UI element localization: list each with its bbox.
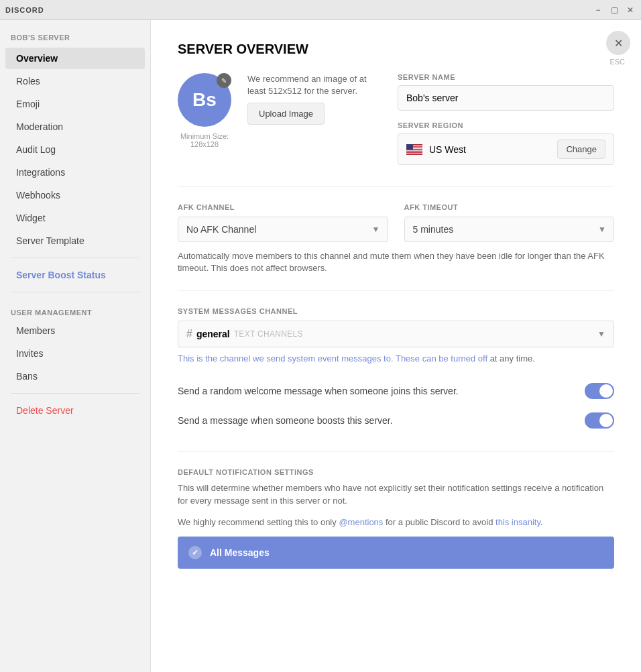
afk-timeout-select-wrapper: 5 minutes ▼	[404, 217, 615, 242]
afk-timeout-select[interactable]: 5 minutes	[404, 217, 615, 242]
sidebar-item-server-template[interactable]: Server Template	[5, 230, 145, 251]
esc-label: ESC	[609, 58, 625, 66]
sidebar-item-integrations[interactable]: Integrations	[5, 162, 145, 183]
sidebar-item-invites[interactable]: Invites	[5, 343, 145, 364]
sidebar-item-widget[interactable]: Widget	[5, 207, 145, 229]
toggle-welcome-row: Send a random welcome message when someo…	[178, 376, 614, 406]
user-management-label: USER MANAGEMENT	[0, 298, 150, 319]
overview-top-section: Bs ✎ Minimum Size: 128x128 We recommend …	[178, 73, 614, 165]
close-button[interactable]: ✕	[606, 31, 630, 55]
toggle-boost-label: Send a message when someone boosts this …	[178, 415, 393, 426]
server-name-input[interactable]	[398, 85, 614, 111]
hash-icon: #	[186, 328, 192, 340]
svg-rect-13	[406, 144, 413, 150]
sys-desc-link1: This is the channel we send system event…	[178, 353, 394, 363]
close-window-button[interactable]: ✕	[625, 5, 636, 15]
min-size-label: Minimum Size: 128x128	[180, 132, 229, 148]
notif-description: This will determine whether members who …	[178, 482, 614, 508]
main-content: ✕ ESC SERVER OVERVIEW Bs ✎ Minimum Size:…	[151, 20, 641, 672]
region-name-text: US West	[429, 144, 550, 155]
sidebar-item-roles[interactable]: Roles	[5, 70, 145, 92]
svg-rect-11	[406, 153, 422, 154]
titlebar: DISCORD − ▢ ✕	[0, 0, 641, 20]
afk-description: Automatically move members to this chann…	[178, 250, 614, 274]
afk-section: AFK CHANNEL No AFK Channel ▼ AFK TIMEOUT…	[178, 203, 614, 242]
sidebar-item-audit-log[interactable]: Audit Log	[5, 139, 145, 160]
server-name-label: SERVER NAME	[398, 73, 614, 81]
server-region-field: SERVER REGION	[398, 121, 614, 165]
channel-name-text: general	[196, 329, 230, 339]
afk-channel-select-wrapper: No AFK Channel ▼	[178, 217, 388, 242]
sys-msg-channel-label: SYSTEM MESSAGES CHANNEL	[178, 307, 614, 315]
channel-type-text: TEXT CHANNELS	[234, 329, 303, 339]
sidebar-item-delete-server[interactable]: Delete Server	[5, 400, 145, 421]
server-region-label: SERVER REGION	[398, 121, 614, 129]
notif-section-label: DEFAULT NOTIFICATION SETTINGS	[178, 468, 614, 476]
all-messages-label: All Messages	[210, 547, 270, 558]
minimize-button[interactable]: −	[593, 5, 603, 15]
maximize-button[interactable]: ▢	[609, 5, 620, 15]
svg-rect-12	[406, 154, 422, 154]
svg-rect-9	[406, 152, 422, 152]
recommend-text: We recommend an image of at least 512x51…	[247, 73, 382, 97]
toggle-welcome-label: Send a random welcome message when someo…	[178, 386, 459, 396]
sidebar-divider-3	[11, 393, 139, 394]
edit-icon: ✎	[221, 77, 227, 85]
window-controls: − ▢ ✕	[593, 5, 636, 15]
overview-right: SERVER NAME SERVER REGION	[398, 73, 614, 165]
channel-chevron-icon: ▼	[597, 329, 605, 339]
sidebar-item-emoji[interactable]: Emoji	[5, 93, 145, 115]
afk-channel-col: AFK CHANNEL No AFK Channel ▼	[178, 203, 388, 242]
sidebar-divider-2	[11, 292, 139, 292]
app-body: BOB'S SERVER Overview Roles Emoji Modera…	[0, 20, 641, 672]
server-avatar-area: Bs ✎ Minimum Size: 128x128	[178, 73, 231, 148]
system-messages-section: SYSTEM MESSAGES CHANNEL # general TEXT C…	[178, 307, 614, 435]
sys-description: This is the channel we send system event…	[178, 353, 614, 365]
toggle-boost-switch[interactable]	[585, 412, 614, 429]
server-name-field: SERVER NAME	[398, 73, 614, 111]
system-messages-channel-select[interactable]: # general TEXT CHANNELS ▼	[178, 321, 614, 347]
close-icon: ✕	[614, 37, 623, 50]
sidebar-item-bans[interactable]: Bans	[5, 366, 145, 387]
divider-3	[178, 451, 614, 452]
overview-center: We recommend an image of at least 512x51…	[247, 73, 382, 125]
page-title: SERVER OVERVIEW	[178, 42, 614, 57]
notif-recommend-text: We highly recommend setting this to only…	[178, 516, 614, 529]
divider-2	[178, 290, 614, 291]
sys-desc-link2: These can be turned off	[396, 353, 487, 363]
notif-at-mentions: @mentions	[339, 517, 383, 527]
notif-insanity-link: this insanity	[496, 517, 540, 527]
all-messages-option-button[interactable]: ✓ All Messages	[178, 537, 614, 569]
sidebar: BOB'S SERVER Overview Roles Emoji Modera…	[0, 20, 151, 672]
avatar-edit-icon[interactable]: ✎	[217, 73, 231, 88]
afk-channel-label: AFK CHANNEL	[178, 203, 388, 211]
default-notification-section: DEFAULT NOTIFICATION SETTINGS This will …	[178, 468, 614, 569]
change-region-button[interactable]: Change	[557, 139, 605, 159]
toggle-welcome-switch[interactable]	[585, 383, 614, 399]
avatar-wrapper: Bs ✎	[178, 73, 231, 127]
sidebar-item-webhooks[interactable]: Webhooks	[5, 184, 145, 206]
sidebar-item-server-boost-status[interactable]: Server Boost Status	[5, 264, 145, 286]
svg-rect-10	[406, 152, 422, 153]
afk-timeout-col: AFK TIMEOUT 5 minutes ▼	[404, 203, 615, 242]
us-flag-icon	[406, 144, 422, 155]
afk-channel-select[interactable]: No AFK Channel	[178, 217, 388, 242]
svg-rect-7	[406, 150, 422, 150]
toggle-boost-row: Send a message when someone boosts this …	[178, 406, 614, 435]
sidebar-item-members[interactable]: Members	[5, 320, 145, 341]
upload-image-button[interactable]: Upload Image	[247, 103, 325, 125]
afk-timeout-label: AFK TIMEOUT	[404, 203, 615, 211]
app-logo: DISCORD	[5, 6, 44, 14]
sidebar-divider-1	[11, 258, 139, 258]
divider-1	[178, 186, 614, 187]
sidebar-server-name: BOB'S SERVER	[0, 20, 150, 47]
sidebar-item-moderation[interactable]: Moderation	[5, 116, 145, 137]
region-selector[interactable]: US West Change	[398, 133, 614, 165]
check-icon: ✓	[188, 546, 202, 559]
sidebar-item-overview[interactable]: Overview	[5, 48, 145, 69]
svg-rect-8	[406, 150, 422, 151]
